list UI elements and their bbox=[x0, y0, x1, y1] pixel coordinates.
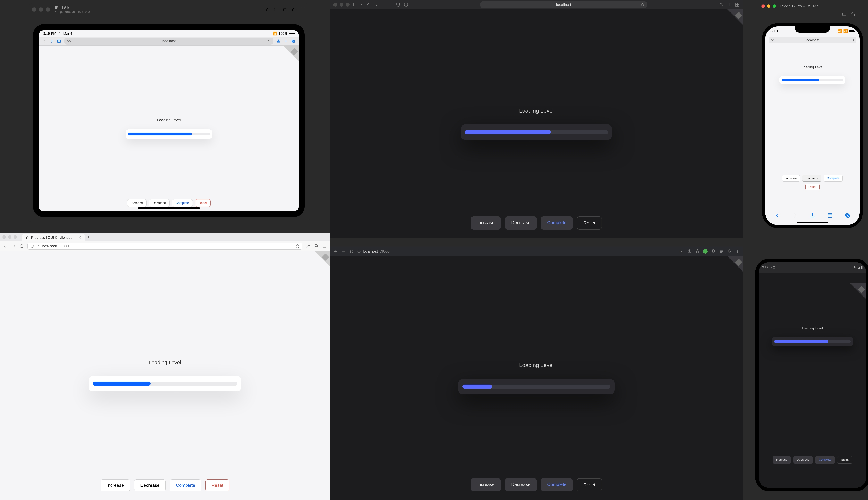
info-icon[interactable] bbox=[357, 250, 361, 253]
minimize-traffic-light[interactable] bbox=[39, 8, 43, 12]
reload-icon[interactable] bbox=[851, 39, 854, 42]
reload-icon[interactable] bbox=[268, 39, 271, 43]
appearance-icon[interactable] bbox=[404, 2, 408, 7]
eyedropper-icon[interactable] bbox=[306, 244, 310, 248]
close-tab-icon[interactable]: ✕ bbox=[78, 236, 81, 240]
increase-button[interactable]: Increase bbox=[782, 175, 800, 182]
back-icon[interactable] bbox=[366, 2, 370, 7]
url-bar[interactable]: AA localhost bbox=[769, 37, 856, 43]
back-icon[interactable] bbox=[333, 249, 338, 254]
sidebar-icon[interactable] bbox=[57, 39, 61, 43]
sidebar-icon[interactable] bbox=[353, 2, 358, 7]
minimize-traffic-light[interactable] bbox=[8, 235, 11, 239]
reload-icon[interactable] bbox=[349, 249, 354, 254]
close-traffic-light[interactable] bbox=[2, 235, 6, 239]
zoom-traffic-light[interactable] bbox=[346, 3, 350, 7]
complete-button[interactable]: Complete bbox=[815, 456, 835, 464]
url-bar[interactable]: localhost bbox=[480, 1, 647, 8]
install-icon[interactable] bbox=[679, 249, 684, 254]
bookmarks-icon[interactable] bbox=[827, 213, 833, 218]
increase-button[interactable]: Increase bbox=[471, 216, 501, 229]
browser-tab[interactable]: ◐ Progress | GUI Challenges ✕ bbox=[22, 234, 85, 241]
increase-button[interactable]: Increase bbox=[471, 478, 501, 491]
mic-icon[interactable] bbox=[727, 249, 732, 254]
reader-icon[interactable]: AA bbox=[67, 39, 71, 43]
increase-button[interactable]: Increase bbox=[127, 199, 146, 207]
reset-button[interactable]: Reset bbox=[805, 184, 820, 190]
reset-button[interactable]: Reset bbox=[577, 478, 602, 491]
share-icon[interactable] bbox=[277, 39, 281, 43]
close-traffic-light[interactable] bbox=[762, 4, 765, 8]
reset-button[interactable]: Reset bbox=[837, 456, 852, 464]
complete-button[interactable]: Complete bbox=[172, 199, 193, 207]
reset-button[interactable]: Reset bbox=[205, 479, 229, 491]
reload-icon[interactable] bbox=[641, 3, 644, 7]
reset-button[interactable]: Reset bbox=[577, 216, 602, 229]
minimize-traffic-light[interactable] bbox=[767, 4, 770, 8]
screenshot-icon[interactable] bbox=[274, 7, 278, 12]
back-icon[interactable] bbox=[3, 244, 8, 248]
rotate-icon[interactable] bbox=[859, 12, 864, 17]
complete-button[interactable]: Complete bbox=[541, 478, 573, 491]
share-icon[interactable] bbox=[719, 2, 723, 7]
new-tab-button[interactable]: + bbox=[87, 234, 90, 240]
complete-button[interactable]: Complete bbox=[541, 216, 573, 229]
zoom-traffic-light[interactable] bbox=[773, 4, 776, 8]
increase-button[interactable]: Increase bbox=[101, 479, 130, 491]
tabs-icon[interactable] bbox=[291, 39, 295, 43]
extension-icon[interactable] bbox=[314, 244, 318, 248]
extensions-icon[interactable] bbox=[711, 249, 716, 254]
new-tab-icon[interactable] bbox=[284, 39, 288, 43]
reading-list-icon[interactable] bbox=[719, 249, 723, 254]
decrease-button[interactable]: Decrease bbox=[505, 216, 537, 229]
record-icon[interactable] bbox=[283, 7, 288, 12]
bookmark-star-icon[interactable] bbox=[695, 249, 700, 254]
tabs-icon[interactable] bbox=[845, 213, 850, 218]
minimize-traffic-light[interactable] bbox=[340, 3, 343, 7]
back-icon[interactable] bbox=[775, 213, 780, 218]
rotate-icon[interactable] bbox=[301, 7, 306, 12]
menu-icon[interactable] bbox=[322, 244, 327, 248]
bookmark-star-icon[interactable] bbox=[296, 244, 299, 248]
decrease-button[interactable]: Decrease bbox=[802, 175, 821, 182]
menu-icon[interactable] bbox=[735, 249, 740, 254]
decrease-button[interactable]: Decrease bbox=[793, 456, 813, 464]
complete-button[interactable]: Complete bbox=[170, 479, 201, 491]
lock-icon[interactable] bbox=[36, 245, 39, 248]
decrease-button[interactable]: Decrease bbox=[149, 199, 169, 207]
forward-icon[interactable] bbox=[11, 244, 16, 248]
forward-button[interactable] bbox=[50, 39, 54, 43]
zoom-traffic-light[interactable] bbox=[13, 235, 17, 239]
reader-icon[interactable]: AA bbox=[771, 38, 774, 42]
home-icon[interactable] bbox=[292, 7, 297, 12]
forward-icon[interactable] bbox=[341, 249, 346, 254]
increase-button[interactable]: Increase bbox=[773, 456, 791, 464]
back-button[interactable] bbox=[43, 39, 46, 43]
extension-icon[interactable] bbox=[703, 249, 708, 254]
decrease-button[interactable]: Decrease bbox=[505, 478, 537, 491]
url-bar[interactable]: AA localhost bbox=[65, 38, 273, 45]
close-traffic-light[interactable] bbox=[333, 3, 337, 7]
complete-button[interactable]: Complete bbox=[824, 175, 843, 182]
shield-icon[interactable] bbox=[30, 245, 34, 248]
url-bar[interactable]: localhost:3000 bbox=[27, 243, 302, 250]
tabs-icon[interactable] bbox=[735, 2, 740, 7]
home-indicator[interactable] bbox=[138, 207, 200, 209]
close-traffic-light[interactable] bbox=[32, 8, 36, 12]
shield-icon[interactable] bbox=[396, 2, 400, 7]
url-bar[interactable]: localhost:3000 bbox=[357, 249, 676, 254]
screenshot-icon[interactable] bbox=[842, 12, 847, 17]
decrease-button[interactable]: Decrease bbox=[134, 479, 165, 491]
share-icon[interactable] bbox=[687, 249, 692, 254]
reset-button[interactable]: Reset bbox=[195, 199, 210, 207]
new-tab-icon[interactable] bbox=[727, 2, 732, 7]
share-icon[interactable] bbox=[810, 213, 815, 218]
forward-icon[interactable] bbox=[792, 213, 798, 218]
dropdown-icon[interactable]: ▾ bbox=[361, 3, 363, 7]
home-indicator[interactable] bbox=[797, 221, 828, 223]
zoom-traffic-light[interactable] bbox=[46, 8, 50, 12]
forward-icon[interactable] bbox=[374, 2, 378, 7]
appearance-icon[interactable] bbox=[265, 7, 270, 12]
home-icon[interactable] bbox=[850, 12, 855, 17]
reload-icon[interactable] bbox=[20, 244, 24, 248]
